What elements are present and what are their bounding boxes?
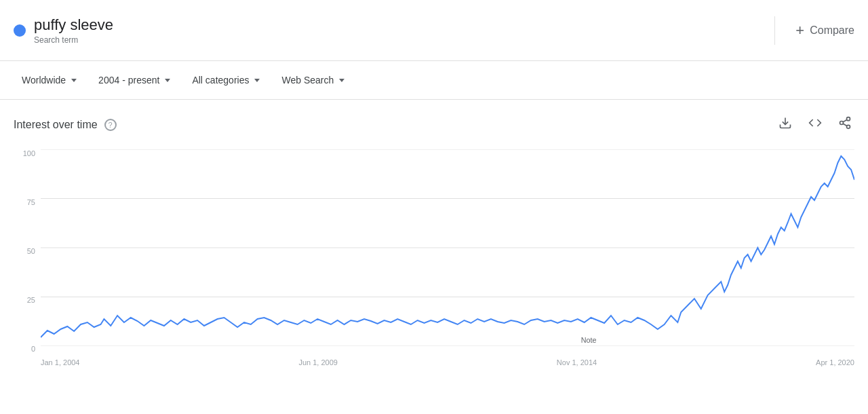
chart-title-area: Interest over time ? [14,119,117,131]
chart-header: Interest over time ? [14,113,854,136]
y-axis-labels: 0 25 50 75 100 [14,149,41,366]
trend-polyline [41,156,854,337]
svg-point-2 [840,121,844,125]
svg-point-3 [847,125,850,128]
embed-button[interactable] [806,113,825,136]
svg-point-1 [847,117,850,121]
search-type-filter[interactable]: Web Search [273,69,353,91]
search-term-type: Search term [34,35,78,45]
x-axis-labels: Jan 1, 2004 Jun 1, 2009 Nov 1, 2014 Apr … [41,350,854,366]
share-button[interactable] [835,113,854,136]
y-label-0: 0 [14,345,41,353]
y-label-75: 75 [14,198,41,206]
y-label-25: 25 [14,296,41,304]
category-chevron-icon [254,79,260,82]
svg-line-4 [843,124,847,126]
search-type-label: Web Search [281,75,334,86]
chart-note: Note [581,336,597,344]
y-label-100: 100 [14,149,41,157]
region-filter[interactable]: Worldwide [14,69,85,91]
header: puffy sleeve Search term + Compare [0,0,868,61]
chart-wrapper: 0 25 50 75 100 Note Jan [14,149,854,366]
x-label-2009: Jun 1, 2009 [298,358,338,366]
plus-icon: + [795,22,804,39]
svg-line-5 [843,119,847,121]
download-button[interactable] [776,113,795,136]
chart-title: Interest over time [14,119,98,131]
chart-actions [776,113,854,136]
term-color-indicator [14,24,26,37]
category-filter[interactable]: All categories [184,69,268,91]
search-term-text: puffy sleeve Search term [34,16,113,45]
filters-bar: Worldwide 2004 - present All categories … [0,61,868,100]
x-label-2004: Jan 1, 2004 [41,358,80,366]
region-chevron-icon [71,79,77,82]
time-range-label: 2004 - present [98,75,159,86]
search-term-title: puffy sleeve [34,16,113,34]
help-icon[interactable]: ? [104,119,117,131]
y-label-50: 50 [14,247,41,255]
compare-label: Compare [810,24,854,37]
time-range-filter[interactable]: 2004 - present [90,69,178,91]
time-chevron-icon [165,79,170,82]
compare-button[interactable]: + Compare [775,22,854,39]
line-chart-svg: Note [41,149,854,346]
x-label-2020: Apr 1, 2020 [816,358,854,366]
search-term-section: puffy sleeve Search term [14,16,775,45]
chart-section: Interest over time ? [0,100,868,373]
x-label-2014: Nov 1, 2014 [557,358,597,366]
category-label: All categories [192,75,249,86]
search-type-chevron-icon [339,79,344,82]
region-label: Worldwide [22,75,66,86]
chart-area: Note [41,149,854,346]
